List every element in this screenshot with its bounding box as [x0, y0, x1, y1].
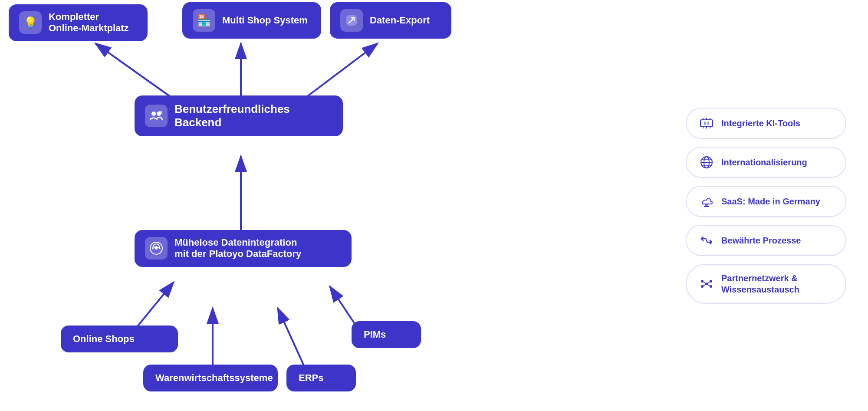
intl-label: Internationalisierung: [721, 157, 807, 168]
partner-icon: [699, 277, 714, 291]
box-backend: Benutzerfreundliches Backend: [135, 95, 343, 136]
box-datafactory: Mühelose Datenintegration mit der Platoy…: [135, 230, 352, 267]
svg-rect-15: [707, 122, 709, 125]
svg-point-4: [159, 111, 162, 114]
svg-point-2: [151, 112, 156, 116]
svg-line-29: [702, 284, 707, 286]
svg-rect-14: [704, 122, 706, 125]
sidebar-item-partner: Partnernetzwerk & Wissensaustausch: [686, 264, 846, 304]
sidebar-item-ki: Integrierte KI-Tools: [686, 108, 846, 139]
multishop-label: Multi Shop System: [222, 15, 308, 26]
partner-label: Partnernetzwerk & Wissensaustausch: [721, 273, 799, 295]
box-onlineshops: Online Shops: [61, 326, 178, 352]
sidebar: Integrierte KI-Tools Internationalisieru…: [673, 0, 868, 411]
datenexport-icon: [340, 9, 363, 32]
warenwirtschaft-label: Warenwirtschaftssysteme: [155, 372, 273, 384]
saas-icon: [699, 194, 714, 208]
marktplatz-label: Kompletter Online-Marktplatz: [49, 11, 129, 34]
prozesse-label: Bewährte Prozesse: [721, 235, 801, 246]
sidebar-item-intl: Internationalisierung: [686, 147, 846, 178]
box-warenwirtschaft: Warenwirtschaftssysteme: [143, 365, 278, 391]
erps-label: ERPs: [299, 372, 323, 384]
svg-line-30: [707, 284, 711, 286]
marktplatz-icon: 💡: [19, 11, 42, 34]
sidebar-item-saas: SaaS: Made in Germany: [686, 186, 846, 217]
datafactory-icon: [145, 237, 168, 260]
saas-label: SaaS: Made in Germany: [721, 196, 820, 207]
box-pims: PIMs: [352, 321, 421, 348]
box-datenexport: Daten-Export: [330, 2, 451, 39]
datafactory-label: Mühelose Datenintegration mit der Platoy…: [174, 237, 301, 260]
svg-rect-7: [700, 120, 713, 127]
svg-line-28: [707, 281, 711, 284]
sidebar-item-prozesse: Bewährte Prozesse: [686, 225, 846, 256]
svg-point-6: [155, 247, 158, 250]
ki-label: Integrierte KI-Tools: [721, 118, 800, 129]
datenexport-label: Daten-Export: [370, 15, 430, 26]
box-multishop: 🏪 Multi Shop System: [182, 2, 321, 39]
pims-label: PIMs: [364, 329, 386, 340]
box-marktplatz: 💡 Kompletter Online-Marktplatz: [9, 4, 148, 41]
intl-icon: [699, 155, 714, 169]
ki-icon: [699, 116, 714, 130]
prozesse-icon: [699, 233, 714, 247]
svg-line-27: [702, 281, 707, 284]
multishop-icon: 🏪: [193, 9, 215, 32]
onlineshops-label: Online Shops: [73, 333, 135, 345]
backend-label: Benutzerfreundliches Backend: [174, 102, 332, 129]
box-erps: ERPs: [286, 365, 356, 391]
backend-icon: [145, 105, 168, 127]
